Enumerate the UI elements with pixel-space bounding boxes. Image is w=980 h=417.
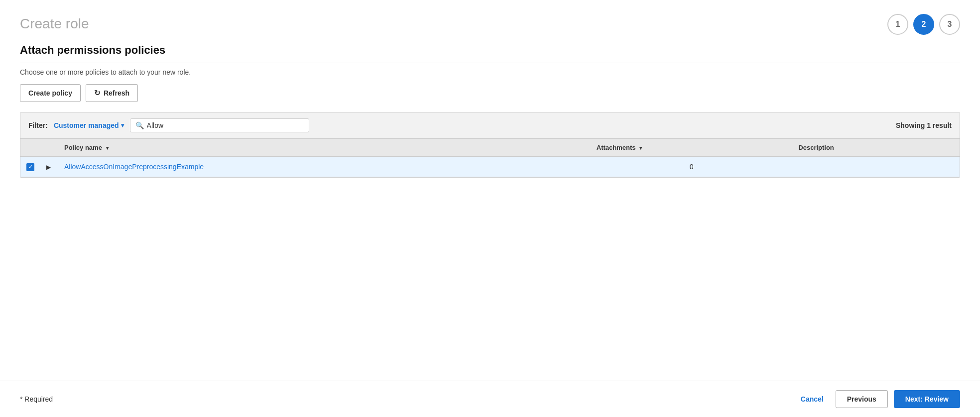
footer-actions: Cancel Previous Next: Review (795, 390, 960, 408)
row-expand-cell[interactable]: ▶ (40, 157, 58, 177)
search-icon: 🔍 (135, 121, 144, 129)
step-3[interactable]: 3 (939, 14, 960, 35)
filter-label: Filter: (28, 121, 48, 129)
table-toolbar: Filter: Customer managed ▾ 🔍 Showing 1 r… (20, 112, 960, 139)
filter-value: Customer managed (54, 121, 119, 129)
col-policy-name[interactable]: Policy name ▾ (58, 139, 591, 157)
filter-dropdown[interactable]: Customer managed ▾ (54, 121, 124, 129)
policies-table-wrapper: Filter: Customer managed ▾ 🔍 Showing 1 r… (20, 112, 960, 178)
step-1[interactable]: 1 (887, 14, 908, 35)
footer: * Required Cancel Previous Next: Review (0, 381, 980, 417)
search-box[interactable]: 🔍 (130, 118, 309, 132)
filter-section: Filter: Customer managed ▾ 🔍 (28, 118, 309, 132)
row-checkbox-cell[interactable]: ✓ (20, 157, 40, 177)
cancel-button[interactable]: Cancel (795, 391, 830, 407)
refresh-icon: ↻ (94, 89, 101, 98)
step-2[interactable]: 2 (913, 14, 934, 35)
results-count: Showing 1 result (896, 121, 952, 129)
col-description: Description (792, 139, 960, 157)
row-policy-name[interactable]: AllowAccessOnImagePreprocessingExample (58, 157, 591, 177)
required-note: * Required (20, 395, 53, 403)
checkbox-checked[interactable]: ✓ (26, 163, 34, 171)
refresh-button[interactable]: ↻ Refresh (86, 84, 138, 102)
col-expand (40, 139, 58, 157)
search-input[interactable] (147, 121, 304, 129)
section-subtitle: Choose one or more policies to attach to… (20, 68, 960, 76)
next-review-button[interactable]: Next: Review (894, 390, 960, 408)
step-indicator: 1 2 3 (887, 14, 960, 35)
attachments-sort-icon: ▾ (639, 145, 642, 151)
create-policy-button[interactable]: Create policy (20, 84, 81, 102)
policy-name-link[interactable]: AllowAccessOnImagePreprocessingExample (64, 163, 204, 171)
table-header-row: Policy name ▾ Attachments ▾ Description (20, 139, 960, 157)
chevron-down-icon: ▾ (121, 122, 124, 129)
col-checkbox (20, 139, 40, 157)
table-row[interactable]: ✓ ▶ AllowAccessOnImagePreprocessingExamp… (20, 157, 960, 177)
row-attachments: 0 (591, 157, 792, 177)
section-heading: Attach permissions policies (20, 44, 960, 63)
row-description (792, 157, 960, 177)
previous-button[interactable]: Previous (836, 390, 888, 408)
policies-table: Policy name ▾ Attachments ▾ Description … (20, 139, 960, 177)
action-buttons: Create policy ↻ Refresh (20, 84, 960, 102)
sort-icon: ▾ (106, 145, 109, 151)
page-title: Create role (20, 16, 960, 32)
expand-arrow-icon[interactable]: ▶ (46, 164, 51, 171)
col-attachments[interactable]: Attachments ▾ (591, 139, 792, 157)
